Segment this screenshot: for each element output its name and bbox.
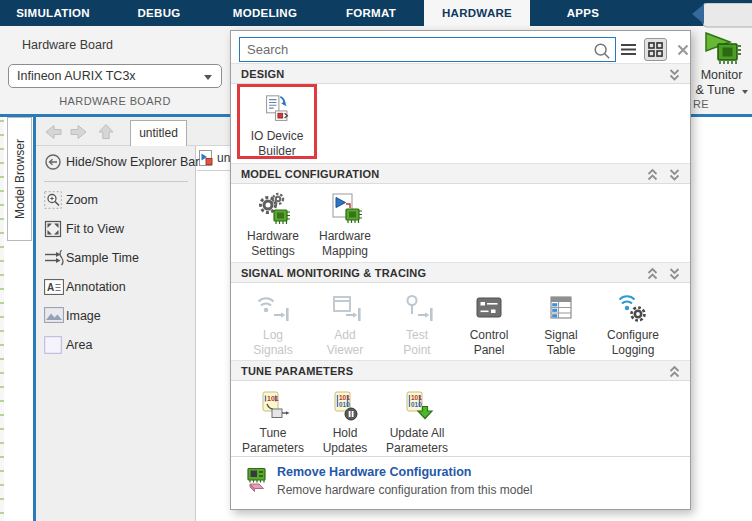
section-title: DESIGN [241,68,284,80]
palette-item-label: Annotation [66,280,126,294]
hardware-board-label: Hardware Board [22,38,113,52]
zoom-icon [44,191,62,209]
item-label-line: Test [383,328,451,343]
panel-item-tune-parameters[interactable]: 101 Tune Parameters [239,386,307,455]
run-group: Monitor & Tune RE [691,26,752,114]
forward-arrow-icon[interactable] [68,123,90,141]
tab-apps[interactable]: APPS [530,0,636,26]
close-panel-button[interactable] [671,38,694,61]
monitor-tune-icon [701,30,745,66]
panel-item-configure-logging[interactable]: Configure Logging [599,288,667,357]
back-arrow-icon[interactable] [42,123,64,141]
panel-item-hardware-settings[interactable]: Hardware Settings [239,189,307,258]
panel-item-hardware-mapping[interactable]: Hardware Mapping [311,189,379,258]
model-browser-tab-label: Model Browser [13,139,27,219]
svg-text:010: 010 [411,401,422,408]
panel-item-log-signals: Log Signals [239,288,307,357]
palette-item-fit-to-view[interactable]: Fit to View [36,217,196,243]
item-label-line: Add [311,328,379,343]
item-label-line: Table [527,343,595,358]
item-label-line: Hardware [239,229,307,244]
grid-view-icon [648,42,663,57]
list-view-button[interactable] [617,38,640,61]
item-label-line: Parameters [239,441,307,456]
tab-debug[interactable]: DEBUG [106,0,212,26]
tab-simulation[interactable]: SIMULATION [0,0,106,26]
update-all-parameters-icon: 101 010 [399,390,435,424]
monitor-tune-label-line2[interactable]: & Tune [691,83,752,97]
chevron-double-down-icon[interactable] [668,168,681,182]
close-icon [677,44,689,56]
svg-text:A: A [47,282,54,293]
section-header-design: DESIGN [231,63,690,84]
collapsed-control-widget[interactable] [692,3,752,32]
section-header-signal-monitoring: SIGNAL MONITORING & TRACING [231,262,690,283]
control-panel-icon [471,292,507,326]
palette-item-explorer-toggle[interactable]: Hide/Show Explorer Bar [36,150,196,176]
item-label-line: Tune [239,426,307,441]
canvas-breadcrumb-tab[interactable]: un [197,147,231,171]
monitor-tune-button[interactable] [701,30,745,70]
list-view-icon [620,43,637,56]
item-label-line: Update All [383,426,451,441]
up-arrow-icon[interactable] [96,122,116,141]
palette-item-label: Hide/Show Explorer Bar [66,155,199,169]
explorer-bar: untitled [36,117,230,146]
chevron-double-up-icon[interactable] [668,365,681,379]
hardware-board-dropdown[interactable]: Infineon AURIX TC3x [8,64,222,88]
palette-item-zoom[interactable]: Zoom [36,188,196,214]
item-label-line: Settings [239,244,307,259]
item-label-line: Signal [527,328,595,343]
panel-item-update-all-parameters[interactable]: 101 010 Update All Parameters [383,386,451,455]
palette-item-annotation[interactable]: A Annotation [36,275,196,301]
chevron-double-down-icon[interactable] [668,267,681,281]
search-icon [593,42,611,60]
item-label-line: Hardware [311,229,379,244]
item-label-line: Control [455,328,523,343]
palette-divider [44,181,188,182]
panel-item-hold-updates[interactable]: 101 010 Hold Updates [311,386,379,455]
remove-hardware-configuration-link[interactable]: Remove Hardware Configuration [277,465,471,479]
app-window: SIMULATION DEBUG MODELING FORMAT HARDWAR… [0,0,752,521]
panel-item-control-panel[interactable]: Control Panel [455,288,523,357]
monitor-tune-label-line1[interactable]: Monitor [691,68,752,82]
hardware-gallery-panel: DESIGN IO [230,30,691,510]
chevron-double-up-icon[interactable] [646,168,659,182]
palette-item-label: Fit to View [66,222,124,236]
palette-item-image[interactable]: Image [36,304,196,330]
svg-text:010: 010 [339,401,350,408]
palette-item-label: Image [66,309,101,323]
hardware-settings-icon [255,191,291,227]
item-label-line: Builder [243,144,311,159]
canvas-palette: Hide/Show Explorer Bar Zoom Fit to View [36,146,196,521]
annotation-icon: A [44,278,64,296]
chevron-double-down-icon[interactable] [668,68,681,82]
grid-view-button[interactable] [644,38,667,61]
search-input[interactable] [239,37,616,62]
palette-item-label: Area [66,338,92,352]
tab-format[interactable]: FORMAT [318,0,424,26]
item-label-line: Parameters [383,441,451,456]
palette-item-area[interactable]: Area [36,333,196,359]
panel-item-test-point: Test Point [383,288,451,357]
configure-logging-icon [615,292,651,326]
hide-show-explorer-icon [44,153,62,171]
section-header-model-configuration: MODEL CONFIGURATION [231,163,690,184]
hardware-mapping-icon [327,191,363,227]
item-label-line: Point [383,343,451,358]
tab-modeling[interactable]: MODELING [212,0,318,26]
palette-item-label: Sample Time [66,251,139,265]
panel-item-io-device-builder[interactable]: IO Device Builder [243,89,311,158]
tab-hardware[interactable]: HARDWARE [424,0,530,26]
remove-hardware-configuration-icon [245,466,272,493]
document-tab-untitled[interactable]: untitled [130,120,187,147]
model-browser-tab[interactable]: Model Browser [7,117,32,241]
palette-item-sample-time[interactable]: Sample Time [36,246,196,272]
run-section-label-partial: RE [693,98,709,110]
svg-text:101: 101 [339,394,350,401]
hardware-board-value: Infineon AURIX TC3x [17,69,136,83]
panel-item-signal-table[interactable]: Signal Table [527,288,595,357]
remove-hardware-configuration-description: Remove hardware configuration from this … [277,483,532,497]
svg-text:101: 101 [267,395,279,402]
chevron-double-up-icon[interactable] [646,267,659,281]
